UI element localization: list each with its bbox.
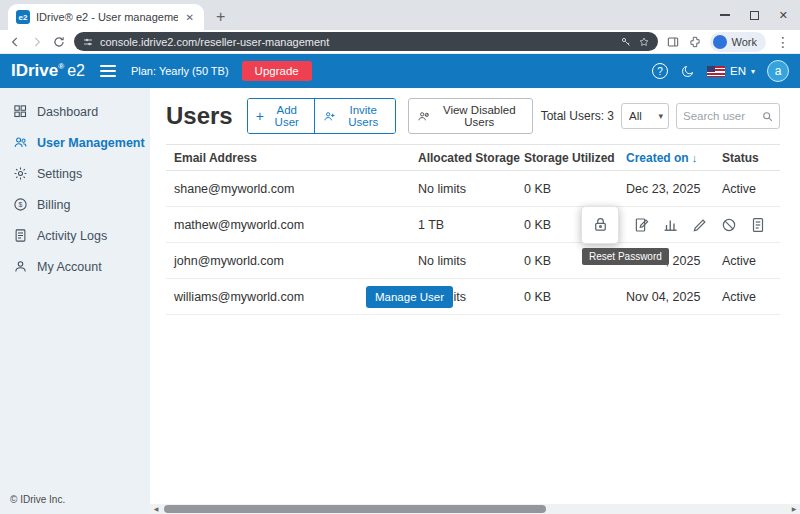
cell-allocated: No limits — [418, 182, 524, 196]
invite-users-button[interactable]: Invite Users — [314, 99, 395, 133]
bookmark-star-icon[interactable] — [638, 36, 650, 48]
us-flag-icon — [707, 66, 725, 77]
table-row[interactable]: john@myworld.com No limits 0 KB Dec 23, … — [166, 243, 780, 279]
cell-email: shane@myworld.com — [166, 182, 418, 196]
sidebar-item-label: Dashboard — [37, 105, 98, 119]
window-close-button[interactable]: ✕ — [779, 9, 788, 22]
sidebar-item-user-management[interactable]: User Management — [0, 127, 150, 158]
cell-email: mathew@myworld.com — [166, 218, 418, 232]
help-icon[interactable]: ? — [652, 63, 668, 79]
add-user-button[interactable]: + Add User — [248, 99, 314, 133]
table-row[interactable]: shane@myworld.com No limits 0 KB Dec 23,… — [166, 171, 780, 207]
hamburger-menu-icon[interactable] — [98, 63, 118, 79]
extensions-icon[interactable] — [688, 35, 702, 49]
person-icon — [13, 259, 28, 274]
row-action-icons: Reset Password — [581, 206, 767, 244]
column-header-created-on[interactable]: Created on ↓ — [626, 151, 722, 165]
svg-text:$: $ — [19, 201, 23, 208]
cell-email: john@myworld.com — [166, 254, 418, 268]
sidebar-item-activity-logs[interactable]: Activity Logs — [0, 220, 150, 251]
cell-status: Active — [722, 290, 780, 304]
cell-allocated: 1 TB — [418, 218, 524, 232]
sidebar-item-settings[interactable]: Settings — [0, 158, 150, 189]
main-content: Users + Add User Invite Users — [150, 88, 800, 514]
scroll-left-arrow-icon[interactable]: ◀ — [150, 504, 162, 514]
sidebar-item-dashboard[interactable]: Dashboard — [0, 96, 150, 127]
plus-icon: + — [256, 110, 264, 122]
tab-title: IDrive® e2 - User management — [36, 11, 178, 23]
users-icon — [13, 135, 28, 150]
language-selector[interactable]: EN ▾ — [707, 65, 755, 77]
sidebar-item-billing[interactable]: $ Billing — [0, 189, 150, 220]
cell-allocated: No limits — [418, 254, 524, 268]
user-filter-select[interactable]: All ▾ — [621, 103, 669, 129]
column-header-allocated-storage: Allocated Storage — [418, 151, 524, 165]
browser-tab-strip: e2 IDrive® e2 - User management ✕ + ✕ — [0, 0, 800, 30]
edit-user-icon[interactable] — [691, 216, 709, 234]
window-maximize-button[interactable] — [750, 11, 759, 20]
idrive-e2-logo[interactable]: IDrive®e2 — [11, 61, 85, 81]
page-header-row: Users + Add User Invite Users — [166, 98, 780, 134]
window-minimize-button[interactable] — [720, 14, 730, 16]
logo-product: e2 — [67, 62, 85, 79]
user-logs-icon[interactable] — [749, 216, 767, 234]
filter-selected-value: All — [629, 110, 642, 122]
logo-registered-mark: ® — [58, 62, 64, 71]
site-settings-icon[interactable] — [82, 36, 94, 48]
browser-window: e2 IDrive® e2 - User management ✕ + ✕ co… — [0, 0, 800, 514]
view-disabled-users-button[interactable]: View Disabled Users — [408, 98, 533, 134]
table-row[interactable]: williams@myworld.com No limits 0 KB Nov … — [166, 279, 780, 315]
column-header-status: Status — [722, 151, 780, 165]
manage-user-button[interactable]: Manage User — [366, 286, 453, 308]
users-table: Email Address Allocated Storage Storage … — [166, 144, 780, 315]
table-header-row: Email Address Allocated Storage Storage … — [166, 144, 780, 171]
gear-icon — [13, 166, 28, 181]
refresh-icon[interactable] — [52, 35, 66, 49]
url-text: console.idrive2.com/reseller-user-manage… — [100, 36, 614, 48]
scroll-right-arrow-icon[interactable]: ▶ — [788, 504, 800, 514]
reset-password-icon[interactable]: Reset Password — [581, 206, 619, 244]
search-box — [676, 103, 780, 129]
sidebar-item-my-account[interactable]: My Account — [0, 251, 150, 282]
list-controls: Total Users: 3 All ▾ — [541, 103, 780, 129]
user-actions-button-group: + Add User Invite Users — [247, 98, 396, 134]
sort-desc-icon: ↓ — [692, 152, 698, 164]
language-label: EN — [730, 65, 746, 77]
browser-profile-chip[interactable]: Work — [710, 32, 766, 52]
chevron-down-icon: ▾ — [751, 67, 755, 76]
address-bar[interactable]: console.idrive2.com/reseller-user-manage… — [74, 32, 658, 51]
invite-users-label: Invite Users — [340, 104, 387, 128]
logs-document-icon — [13, 228, 28, 243]
scrollbar-thumb[interactable] — [164, 505, 546, 513]
password-key-icon[interactable] — [620, 36, 632, 48]
search-input[interactable] — [683, 110, 758, 122]
copyright-text: © IDrive Inc. — [0, 494, 150, 514]
view-disabled-users-label: View Disabled Users — [435, 104, 524, 128]
edit-storage-icon[interactable] — [633, 216, 651, 234]
tab-close-icon[interactable]: ✕ — [184, 12, 196, 23]
chevron-down-icon: ▾ — [658, 111, 663, 121]
back-icon[interactable] — [8, 35, 22, 49]
add-user-label: Add User — [268, 104, 306, 128]
sidebar-item-label: Billing — [37, 198, 70, 212]
browser-tab[interactable]: e2 IDrive® e2 - User management ✕ — [8, 4, 204, 30]
dark-mode-moon-icon[interactable] — [680, 64, 695, 79]
usage-stats-icon[interactable] — [662, 216, 680, 234]
account-avatar[interactable]: a — [767, 60, 789, 82]
upgrade-button[interactable]: Upgrade — [242, 61, 312, 81]
app-body: Dashboard User Management Settings $ Bil… — [0, 88, 800, 514]
forward-icon[interactable] — [30, 35, 44, 49]
sidebar-item-label: My Account — [37, 260, 102, 274]
sidebar-item-label: Settings — [37, 167, 82, 181]
browser-menu-icon[interactable]: ⋮ — [774, 34, 792, 50]
new-tab-button[interactable]: + — [216, 9, 225, 25]
column-header-email: Email Address — [166, 151, 418, 165]
disable-user-icon[interactable] — [720, 216, 738, 234]
cell-status: Active — [722, 254, 780, 268]
cell-utilized: 0 KB — [524, 290, 626, 304]
table-row-hovered[interactable]: mathew@myworld.com 1 TB 0 KB Reset Passw… — [166, 207, 780, 243]
side-panel-icon[interactable] — [666, 35, 680, 49]
search-icon[interactable] — [761, 110, 774, 123]
profile-label: Work — [732, 36, 757, 48]
total-users-count: Total Users: 3 — [541, 109, 614, 123]
